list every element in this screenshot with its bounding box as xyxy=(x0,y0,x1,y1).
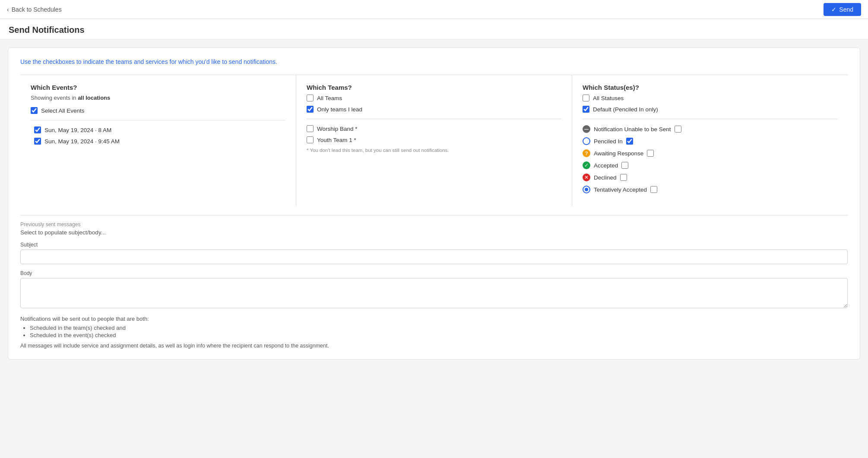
all-teams-label[interactable]: All Teams xyxy=(317,95,342,101)
awaiting-label: Awaiting Response xyxy=(594,150,643,157)
all-statuses-label[interactable]: All Statuses xyxy=(593,95,624,101)
subject-field-group: Subject xyxy=(20,242,848,264)
body-field-group: Body xyxy=(20,270,848,310)
body-label: Body xyxy=(20,270,848,276)
subject-label: Subject xyxy=(20,242,848,248)
previously-sent-placeholder: Select to populate subject/body... xyxy=(20,229,848,236)
footer-bullets: Scheduled in the team(s) checked and Sch… xyxy=(30,325,848,338)
default-status-row: Default (Penciled In only) xyxy=(583,106,837,113)
tentative-icon xyxy=(583,186,590,193)
accepted-checkbox[interactable] xyxy=(621,162,628,169)
worship-band-label[interactable]: Worship Band * xyxy=(317,126,358,132)
teams-footnote: * You don't lead this team, but you can … xyxy=(307,148,561,153)
penciled-in-checkbox[interactable] xyxy=(626,138,633,145)
tentative-status-row: Tentatively Accepted xyxy=(583,186,837,193)
unable-status-row: Notification Unable to be Sent xyxy=(583,125,837,133)
info-banner: Use the checkboxes to indicate the teams… xyxy=(20,58,848,65)
main-card: Use the checkboxes to indicate the teams… xyxy=(8,47,860,360)
only-teams-i-lead-row: Only teams I lead xyxy=(307,106,561,113)
footer-disclaimer: All messages will include service and as… xyxy=(20,343,848,349)
teams-title: Which Teams? xyxy=(307,84,561,91)
select-all-events-label[interactable]: Select All Events xyxy=(41,107,85,114)
youth-team-label[interactable]: Youth Team 1 * xyxy=(317,137,356,143)
all-teams-row: All Teams xyxy=(307,95,561,101)
tentative-label: Tentatively Accepted xyxy=(594,186,647,193)
send-button[interactable]: ✓ Send xyxy=(824,3,861,16)
back-to-schedules-link[interactable]: ‹ Back to Schedules xyxy=(7,6,62,13)
awaiting-icon: ? xyxy=(583,149,590,157)
statuses-column: Which Status(es)? All Statuses Default (… xyxy=(572,75,848,206)
checkmark-icon: ✓ xyxy=(831,6,836,13)
only-teams-i-lead-label[interactable]: Only teams I lead xyxy=(317,106,362,113)
top-bar: ‹ Back to Schedules ✓ Send xyxy=(0,0,868,19)
default-status-label[interactable]: Default (Penciled In only) xyxy=(593,106,658,113)
youth-team-row: Youth Team 1 * xyxy=(307,136,561,143)
unable-sent-checkbox[interactable] xyxy=(675,126,681,133)
events-subtitle: Showing events in all locations xyxy=(31,95,285,101)
accepted-icon: ✓ xyxy=(583,161,590,169)
subject-input[interactable] xyxy=(20,250,848,264)
all-statuses-row: All Statuses xyxy=(583,95,837,101)
declined-label: Declined xyxy=(594,174,617,181)
penciled-icon xyxy=(583,137,590,145)
default-status-checkbox[interactable] xyxy=(583,106,589,113)
footer-bullet-1: Scheduled in the team(s) checked and xyxy=(30,325,848,331)
chevron-left-icon: ‹ xyxy=(7,6,9,13)
declined-checkbox[interactable] xyxy=(620,174,627,181)
event-1-checkbox[interactable] xyxy=(34,126,41,133)
event-2-label[interactable]: Sun, May 19, 2024 · 9:45 AM xyxy=(44,138,120,145)
statuses-title: Which Status(es)? xyxy=(583,84,837,91)
unable-status-label: Notification Unable to be Sent xyxy=(594,126,671,133)
all-teams-checkbox[interactable] xyxy=(307,95,314,101)
unable-icon xyxy=(583,125,590,133)
awaiting-checkbox[interactable] xyxy=(647,150,654,157)
event-item: Sun, May 19, 2024 · 8 AM xyxy=(31,126,285,133)
previously-sent-label: Previously sent messages xyxy=(20,221,848,227)
accepted-status-row: ✓ Accepted xyxy=(583,161,837,169)
worship-band-checkbox[interactable] xyxy=(307,125,314,132)
previously-sent-section: Previously sent messages Select to popul… xyxy=(20,215,848,349)
declined-status-row: ✕ Declined xyxy=(583,174,837,181)
event-1-label[interactable]: Sun, May 19, 2024 · 8 AM xyxy=(44,127,111,133)
awaiting-status-row: ? Awaiting Response xyxy=(583,149,837,157)
page-title: Send Notifications xyxy=(0,19,868,40)
penciled-status-row: Penciled In xyxy=(583,137,837,145)
penciled-label: Penciled In xyxy=(594,138,623,145)
select-all-events-row: Select All Events xyxy=(31,107,285,114)
select-all-events-checkbox[interactable] xyxy=(31,107,38,114)
back-link-label: Back to Schedules xyxy=(12,6,62,13)
events-column: Which Events? Showing events in all loca… xyxy=(20,75,296,206)
accepted-label: Accepted xyxy=(594,162,618,169)
event-item: Sun, May 19, 2024 · 9:45 AM xyxy=(31,138,285,145)
columns: Which Events? Showing events in all loca… xyxy=(20,75,848,206)
only-teams-i-lead-checkbox[interactable] xyxy=(307,106,314,113)
footer-note: Notifications will be sent out to people… xyxy=(20,316,848,338)
declined-icon: ✕ xyxy=(583,174,590,181)
event-2-checkbox[interactable] xyxy=(34,138,41,145)
events-title: Which Events? xyxy=(31,84,285,91)
footer-bullet-2: Scheduled in the event(s) checked xyxy=(30,332,848,338)
body-textarea[interactable] xyxy=(20,278,848,308)
youth-team-checkbox[interactable] xyxy=(307,136,314,143)
teams-column: Which Teams? All Teams Only teams I lead… xyxy=(296,75,572,206)
tentative-checkbox[interactable] xyxy=(650,186,657,193)
all-statuses-checkbox[interactable] xyxy=(583,95,589,101)
worship-band-row: Worship Band * xyxy=(307,125,561,132)
